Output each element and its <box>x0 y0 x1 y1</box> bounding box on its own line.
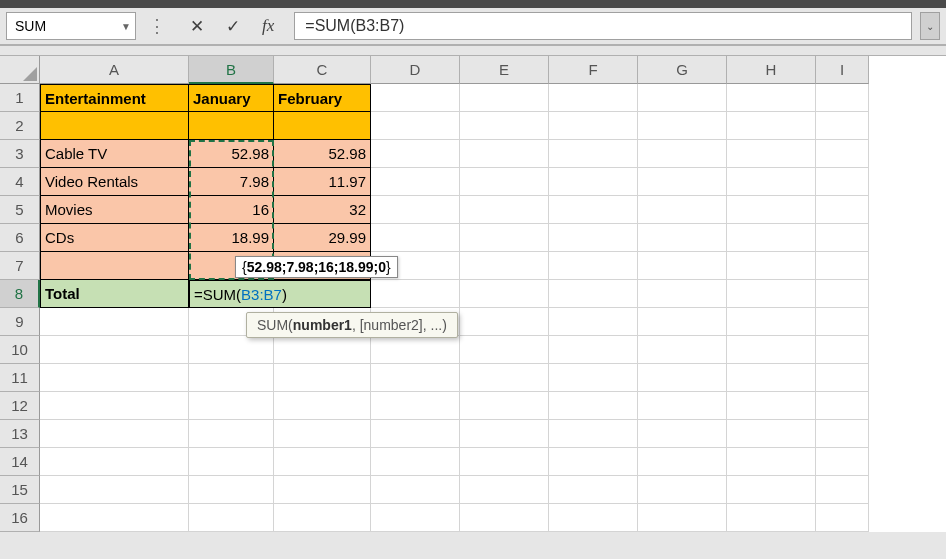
cell-F11[interactable] <box>549 364 638 392</box>
cell-F10[interactable] <box>549 336 638 364</box>
cell-D14[interactable] <box>371 448 460 476</box>
row-header-6[interactable]: 6 <box>0 224 40 252</box>
cell-I3[interactable] <box>816 140 869 168</box>
cell-A8[interactable]: Total <box>40 280 189 308</box>
cell-E7[interactable] <box>460 252 549 280</box>
cell-A2[interactable] <box>40 112 189 140</box>
row-header-14[interactable]: 14 <box>0 448 40 476</box>
cell-E13[interactable] <box>460 420 549 448</box>
cell-B6[interactable]: 18.99 <box>189 224 274 252</box>
cell-H10[interactable] <box>727 336 816 364</box>
cell-H2[interactable] <box>727 112 816 140</box>
cell-H7[interactable] <box>727 252 816 280</box>
cell-G1[interactable] <box>638 84 727 112</box>
cell-D10[interactable] <box>371 336 460 364</box>
cell-H4[interactable] <box>727 168 816 196</box>
cell-G5[interactable] <box>638 196 727 224</box>
cell-E14[interactable] <box>460 448 549 476</box>
cell-B5[interactable]: 16 <box>189 196 274 224</box>
expand-formula-bar-button[interactable]: ⌄ <box>920 12 940 40</box>
cell-C13[interactable] <box>274 420 371 448</box>
cell-C16[interactable] <box>274 504 371 532</box>
cell-C12[interactable] <box>274 392 371 420</box>
cell-B3[interactable]: 52.98 <box>189 140 274 168</box>
cell-G2[interactable] <box>638 112 727 140</box>
cell-D13[interactable] <box>371 420 460 448</box>
cell-I1[interactable] <box>816 84 869 112</box>
cell-C6[interactable]: 29.99 <box>274 224 371 252</box>
cell-E1[interactable] <box>460 84 549 112</box>
cell-I10[interactable] <box>816 336 869 364</box>
cell-B4[interactable]: 7.98 <box>189 168 274 196</box>
cell-D12[interactable] <box>371 392 460 420</box>
cell-C3[interactable]: 52.98 <box>274 140 371 168</box>
cell-C10[interactable] <box>274 336 371 364</box>
cell-A3[interactable]: Cable TV <box>40 140 189 168</box>
cell-F13[interactable] <box>549 420 638 448</box>
cell-H3[interactable] <box>727 140 816 168</box>
cell-D3[interactable] <box>371 140 460 168</box>
cell-I4[interactable] <box>816 168 869 196</box>
cell-F8[interactable] <box>549 280 638 308</box>
cell-I8[interactable] <box>816 280 869 308</box>
row-header-8[interactable]: 8 <box>0 280 40 308</box>
name-box[interactable]: SUM ▼ <box>6 12 136 40</box>
col-header-F[interactable]: F <box>549 56 638 84</box>
row-header-10[interactable]: 10 <box>0 336 40 364</box>
cell-G9[interactable] <box>638 308 727 336</box>
cell-G6[interactable] <box>638 224 727 252</box>
cell-C1[interactable]: February <box>274 84 371 112</box>
col-header-C[interactable]: C <box>274 56 371 84</box>
cell-F6[interactable] <box>549 224 638 252</box>
cell-H6[interactable] <box>727 224 816 252</box>
cell-H5[interactable] <box>727 196 816 224</box>
cell-F16[interactable] <box>549 504 638 532</box>
col-header-G[interactable]: G <box>638 56 727 84</box>
cell-H13[interactable] <box>727 420 816 448</box>
cell-F9[interactable] <box>549 308 638 336</box>
cell-A11[interactable] <box>40 364 189 392</box>
cell-C2[interactable] <box>274 112 371 140</box>
cell-H8[interactable] <box>727 280 816 308</box>
cell-I9[interactable] <box>816 308 869 336</box>
cell-A5[interactable]: Movies <box>40 196 189 224</box>
cell-I5[interactable] <box>816 196 869 224</box>
cell-F1[interactable] <box>549 84 638 112</box>
row-header-11[interactable]: 11 <box>0 364 40 392</box>
cell-B10[interactable] <box>189 336 274 364</box>
cell-A1[interactable]: Entertainment <box>40 84 189 112</box>
cell-B13[interactable] <box>189 420 274 448</box>
row-header-7[interactable]: 7 <box>0 252 40 280</box>
cell-C4[interactable]: 11.97 <box>274 168 371 196</box>
cell-H1[interactable] <box>727 84 816 112</box>
row-header-13[interactable]: 13 <box>0 420 40 448</box>
cell-I15[interactable] <box>816 476 869 504</box>
col-header-B[interactable]: B <box>189 56 274 84</box>
cell-E11[interactable] <box>460 364 549 392</box>
row-header-5[interactable]: 5 <box>0 196 40 224</box>
cell-I7[interactable] <box>816 252 869 280</box>
cell-D5[interactable] <box>371 196 460 224</box>
row-header-16[interactable]: 16 <box>0 504 40 532</box>
row-header-3[interactable]: 3 <box>0 140 40 168</box>
cell-A7[interactable] <box>40 252 189 280</box>
cell-C15[interactable] <box>274 476 371 504</box>
cell-E8[interactable] <box>460 280 549 308</box>
cell-C11[interactable] <box>274 364 371 392</box>
cell-G13[interactable] <box>638 420 727 448</box>
row-header-1[interactable]: 1 <box>0 84 40 112</box>
select-all-corner[interactable] <box>0 56 40 84</box>
cell-F14[interactable] <box>549 448 638 476</box>
cell-H11[interactable] <box>727 364 816 392</box>
insert-function-button[interactable]: fx <box>254 16 282 36</box>
col-header-I[interactable]: I <box>816 56 869 84</box>
cell-E9[interactable] <box>460 308 549 336</box>
cell-D1[interactable] <box>371 84 460 112</box>
cell-F15[interactable] <box>549 476 638 504</box>
cell-A16[interactable] <box>40 504 189 532</box>
cell-F3[interactable] <box>549 140 638 168</box>
cell-E4[interactable] <box>460 168 549 196</box>
cell-B1[interactable]: January <box>189 84 274 112</box>
cell-F7[interactable] <box>549 252 638 280</box>
cell-B16[interactable] <box>189 504 274 532</box>
